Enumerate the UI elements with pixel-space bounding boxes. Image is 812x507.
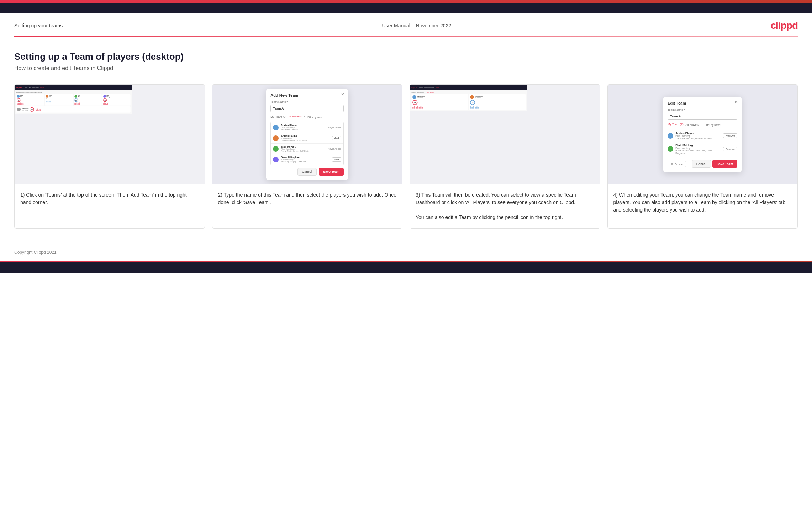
ss3-nav-perf: My Performance	[424, 87, 434, 88]
ss3-player-club-1: Plus Handicap	[417, 97, 424, 98]
edit-player-item-1: Adrian Player Plus HandicapThe Shire Lon…	[668, 130, 737, 142]
edit-team-name-label: Team Name *	[668, 108, 737, 111]
remove-btn-1[interactable]: Remove	[723, 133, 737, 138]
ss1-nav-my-perf: My Performance	[29, 87, 39, 88]
ss3-nav-home: Home	[419, 87, 423, 88]
dp-avatar-2	[273, 135, 279, 141]
ss1-score-4: 78	[103, 98, 107, 102]
filter-checkbox[interactable]	[304, 116, 306, 118]
ss1-players-grid: AdrianCollins 84	[16, 94, 130, 106]
ss1-big-bars	[36, 108, 41, 111]
ss3-bars-1	[412, 106, 467, 109]
edit-save-team-button[interactable]: Save Team	[712, 160, 737, 168]
ss1-bar	[40, 109, 41, 111]
dp-club-3: Plus HandicapRoyal North Devon Golf Club	[281, 148, 325, 152]
ss3-avatar-1	[412, 95, 416, 99]
ss1-bars-3	[74, 102, 101, 105]
add-team-close-icon[interactable]: ✕	[341, 92, 344, 97]
ss1-player-card-4: DaveBillingham 78	[102, 94, 131, 106]
card-1-text: 1) Click on 'Teams' at the top of the sc…	[15, 184, 205, 228]
ss3-bar	[473, 106, 474, 108]
ss1-player-name-1: AdrianCollins	[20, 95, 23, 98]
ss1-player-card-2: AdrianColiba 0	[45, 94, 73, 106]
clippd-logo: clippd	[771, 20, 798, 31]
main-content: Setting up a Team of players (desktop) H…	[0, 37, 812, 246]
ss1-bar	[107, 103, 108, 105]
dp-add-btn-4[interactable]: Add	[332, 157, 341, 162]
ss1-player-header-4: DaveBillingham	[103, 95, 130, 98]
dp-avatar-1	[273, 125, 279, 130]
edit-avatar-1	[668, 133, 673, 139]
tab-all-players[interactable]: All Players	[289, 115, 302, 119]
tab-my-team[interactable]: My Team (2)	[270, 115, 286, 119]
header-logo-area: clippd	[771, 20, 798, 31]
edit-dialog-footer: 🗑 Delete Cancel Save Team	[668, 160, 737, 168]
dp-club-2: 1 HandicapCentral London Golf Centre	[281, 137, 330, 142]
team-name-input[interactable]	[270, 105, 344, 112]
ss3-bar	[476, 107, 477, 109]
dialog-tabs: My Team (2) All Players Filter by name	[270, 115, 344, 119]
ss3-player-header-2: Richard Butler Plus Handicap	[470, 95, 525, 99]
card-3-text-1: 3) This Team will then be created. You c…	[416, 191, 594, 206]
dp-action-3: Player Added	[328, 148, 342, 150]
ss1-topbar: clippd Home My Performance Teams	[15, 85, 132, 90]
dp-name-4: Dave Billingham	[281, 156, 330, 159]
header: Setting up your teams User Manual – Nove…	[0, 13, 812, 36]
ss3-bar	[414, 106, 415, 109]
ss3-bar	[412, 107, 413, 109]
bottom-bar-accent	[0, 261, 812, 262]
remove-btn-2[interactable]: Remove	[723, 147, 737, 151]
edit-team-name-input[interactable]	[668, 113, 737, 120]
ss1-player-header-1: AdrianCollins	[17, 95, 43, 98]
ss3-player-card-2: Richard Butler Plus Handicap 72	[469, 94, 526, 110]
save-team-button[interactable]: Save Team	[319, 168, 344, 176]
ss1-nav-home: Home	[24, 87, 27, 88]
dp-add-btn-2[interactable]: Add	[332, 136, 341, 140]
edit-player-name-1: Adrian Player	[675, 132, 721, 135]
card-1-screenshot: clippd Home My Performance Teams Viewing…	[15, 85, 205, 184]
card-3-text-2: You can also edit a Team by clicking the…	[416, 214, 594, 221]
bottom-bar	[0, 261, 812, 273]
ss3-player-info-1: Blair McHarg Plus Handicap	[417, 96, 424, 98]
ss3-score-1: 94	[412, 100, 417, 105]
edit-dialog-tabs: My Team (2) All Players Filter by name	[668, 123, 737, 127]
edit-cancel-button[interactable]: Cancel	[692, 160, 711, 168]
add-team-dialog: Add New Team ✕ Team Name * My Team (2) A…	[266, 89, 348, 180]
card-4: Edit Team ✕ Team Name * My Team (2) All …	[607, 84, 798, 229]
ss3-players-grid: Blair McHarg Plus Handicap 94	[411, 94, 526, 110]
dialog-player-item-4: Dave Billingham 3.5 HandicapThe Gog Mago…	[271, 154, 343, 165]
ss3-player-info-2: Richard Butler Plus Handicap	[475, 96, 483, 98]
card-3-text: 3) This Team will then be created. You c…	[410, 184, 600, 228]
cards-grid: clippd Home My Performance Teams Viewing…	[14, 84, 798, 229]
ss1-body: Viewing 4 out of 4 players from All Play…	[15, 90, 132, 114]
edit-player-name-2: Blair McHarg	[675, 144, 721, 147]
edit-dialog-close-icon[interactable]: ✕	[734, 100, 738, 105]
ss1-player-big: Richard Butler Plus Handicap 72	[16, 106, 130, 113]
dialog-player-list: Adrian Player Plus HandicapThe Shire Lon…	[270, 122, 344, 165]
card-3: clippd Home My Performance Teams Export …	[410, 84, 600, 229]
edit-filter-checkbox[interactable]	[701, 124, 703, 126]
edit-tab-my-team[interactable]: My Team (2)	[668, 123, 683, 127]
dp-info-3: Blair McHarg Plus HandicapRoyal North De…	[281, 145, 325, 152]
delete-button[interactable]: 🗑 Delete	[668, 161, 686, 167]
dp-avatar-3	[273, 146, 279, 152]
ss1-big-club: Plus Handicap	[22, 110, 28, 111]
ss1-player-card-3: BlairMcHarg 194	[74, 94, 102, 106]
ss1-score-3: 194	[74, 98, 78, 102]
ss1-bar	[23, 103, 23, 105]
page-footer: Copyright Clippd 2021	[0, 246, 812, 261]
edit-team-dialog: Edit Team ✕ Team Name * My Team (2) All …	[663, 97, 742, 172]
edit-player-list: Adrian Player Plus HandicapThe Shire Lon…	[668, 130, 737, 156]
edit-player-item-2: Blair McHarg Plus HandicapRoyal North De…	[668, 142, 737, 156]
ss3-bar	[471, 107, 473, 108]
card-4-text: 4) When editing your Team, you can chang…	[608, 184, 798, 228]
cancel-button[interactable]: Cancel	[297, 168, 317, 176]
edit-tab-all-players[interactable]: All Players	[686, 123, 699, 127]
header-manual-title: User Manual – November 2022	[382, 23, 452, 28]
dialog-player-item-2: Adrian Coliba 1 HandicapCentral London G…	[271, 133, 343, 144]
filter-by-name: Filter by name	[304, 116, 323, 118]
ss1-nav: Home My Performance Teams	[24, 87, 44, 88]
dp-info-1: Adrian Player Plus HandicapThe Shire Lon…	[281, 124, 325, 131]
ss1-avatar-2	[46, 95, 48, 98]
dp-club-1: Plus HandicapThe Shire London	[281, 127, 325, 131]
